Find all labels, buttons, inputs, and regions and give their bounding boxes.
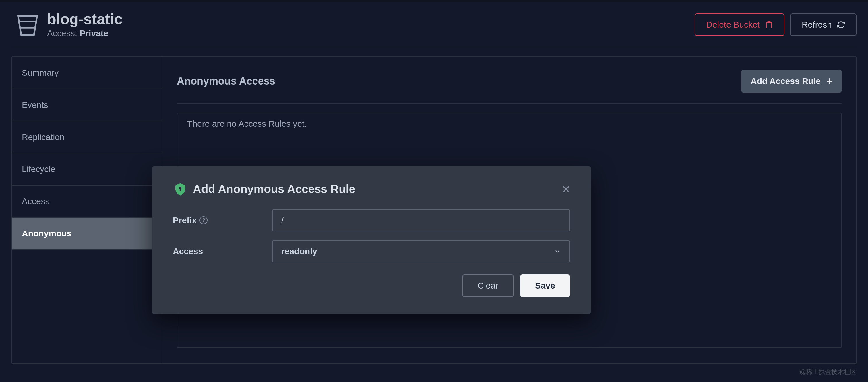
close-icon[interactable]: × xyxy=(562,181,570,197)
sidebar-item-lifecycle[interactable]: Lifecycle xyxy=(12,153,162,185)
prefix-input[interactable] xyxy=(272,209,570,232)
clear-button[interactable]: Clear xyxy=(462,274,514,297)
add-access-rule-button[interactable]: Add Access Rule + xyxy=(741,70,842,93)
refresh-button[interactable]: Refresh xyxy=(790,13,857,36)
page-header: blog-static Access: Private Delete Bucke… xyxy=(0,2,868,47)
sidebar-item-anonymous[interactable]: Anonymous xyxy=(12,218,162,250)
access-label: Access xyxy=(173,246,272,256)
svg-rect-3 xyxy=(180,188,181,191)
delete-bucket-button[interactable]: Delete Bucket xyxy=(694,13,784,36)
bucket-access-value: Private xyxy=(80,28,108,38)
save-button[interactable]: Save xyxy=(520,274,570,297)
sidebar-item-summary[interactable]: Summary xyxy=(12,57,162,89)
plus-icon: + xyxy=(826,75,832,87)
prefix-label: Prefix ? xyxy=(173,215,272,225)
sidebar-item-replication[interactable]: Replication xyxy=(12,121,162,153)
sidebar: Summary Events Replication Lifecycle Acc… xyxy=(12,57,162,363)
sidebar-item-access[interactable]: Access xyxy=(12,185,162,218)
add-rule-modal: Add Anonymous Access Rule × Prefix ? Acc… xyxy=(152,166,591,314)
help-icon[interactable]: ? xyxy=(199,216,208,224)
content-title: Anonymous Access xyxy=(177,75,275,87)
access-select[interactable]: readonly xyxy=(272,240,570,263)
watermark: @稀土掘金技术社区 xyxy=(800,368,857,376)
bucket-icon xyxy=(15,12,40,37)
shield-icon xyxy=(173,182,188,197)
trash-icon xyxy=(765,21,773,29)
sidebar-item-events[interactable]: Events xyxy=(12,89,162,121)
bucket-access-label: Access: Private xyxy=(47,28,123,38)
refresh-icon xyxy=(837,21,845,29)
bucket-name: blog-static xyxy=(47,11,123,27)
chevron-down-icon xyxy=(554,248,561,255)
modal-title: Add Anonymous Access Rule xyxy=(193,183,355,196)
